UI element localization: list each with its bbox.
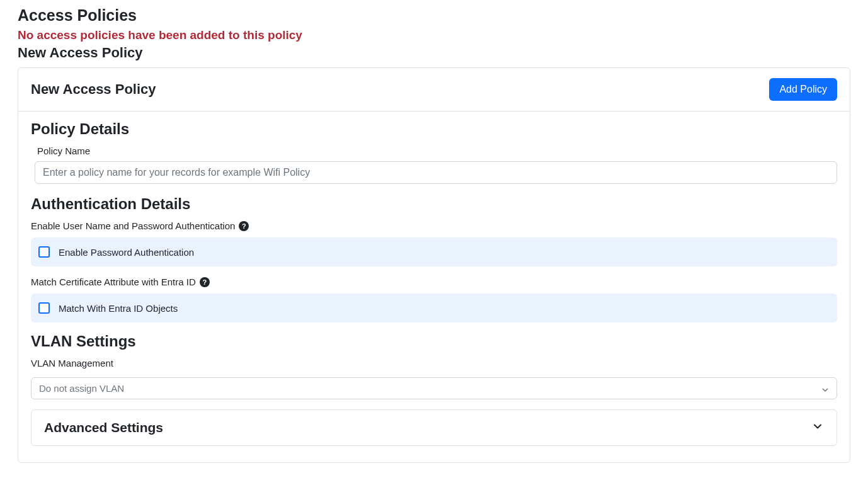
no-policies-warning: No access policies have been added to th… xyxy=(18,28,850,42)
chevron-down-icon xyxy=(811,420,824,435)
enable-password-auth-label-row: Enable User Name and Password Authentica… xyxy=(31,220,837,231)
add-policy-button[interactable]: Add Policy xyxy=(769,78,837,101)
vlan-management-label-text: VLAN Management xyxy=(31,358,113,368)
vlan-settings-heading: VLAN Settings xyxy=(31,333,837,350)
advanced-settings-title: Advanced Settings xyxy=(44,420,163,435)
authentication-details-heading: Authentication Details xyxy=(31,195,837,213)
advanced-settings-toggle[interactable]: Advanced Settings xyxy=(31,409,837,446)
vlan-select-wrapper: Do not assign VLAN xyxy=(31,377,837,399)
match-entra-checkbox-label: Match With Entra ID Objects xyxy=(59,303,178,314)
match-entra-checkbox-row: Match With Entra ID Objects xyxy=(31,294,837,322)
policy-name-label: Policy Name xyxy=(37,145,837,156)
page-subtitle: New Access Policy xyxy=(18,45,850,61)
enable-password-auth-checkbox[interactable] xyxy=(38,246,50,258)
match-cert-label-row: Match Certificate Attribute with Entra I… xyxy=(31,277,837,287)
card-header-title: New Access Policy xyxy=(31,81,156,98)
policy-name-input[interactable] xyxy=(35,161,837,184)
match-entra-checkbox[interactable] xyxy=(38,302,50,314)
vlan-management-select[interactable]: Do not assign VLAN xyxy=(31,377,837,399)
page-title: Access Policies xyxy=(18,6,850,25)
help-icon[interactable]: ? xyxy=(239,221,249,231)
card-body: Policy Details Policy Name Authenticatio… xyxy=(18,111,850,462)
policy-details-heading: Policy Details xyxy=(31,120,837,138)
new-access-policy-card: New Access Policy Add Policy Policy Deta… xyxy=(18,67,850,463)
vlan-management-label: VLAN Management xyxy=(31,358,837,368)
match-cert-label: Match Certificate Attribute with Entra I… xyxy=(31,277,196,287)
enable-password-auth-checkbox-label: Enable Password Authentication xyxy=(59,247,194,258)
enable-password-auth-label: Enable User Name and Password Authentica… xyxy=(31,220,235,231)
help-icon[interactable]: ? xyxy=(200,277,210,287)
enable-password-auth-checkbox-row: Enable Password Authentication xyxy=(31,237,837,266)
card-header: New Access Policy Add Policy xyxy=(18,68,850,111)
